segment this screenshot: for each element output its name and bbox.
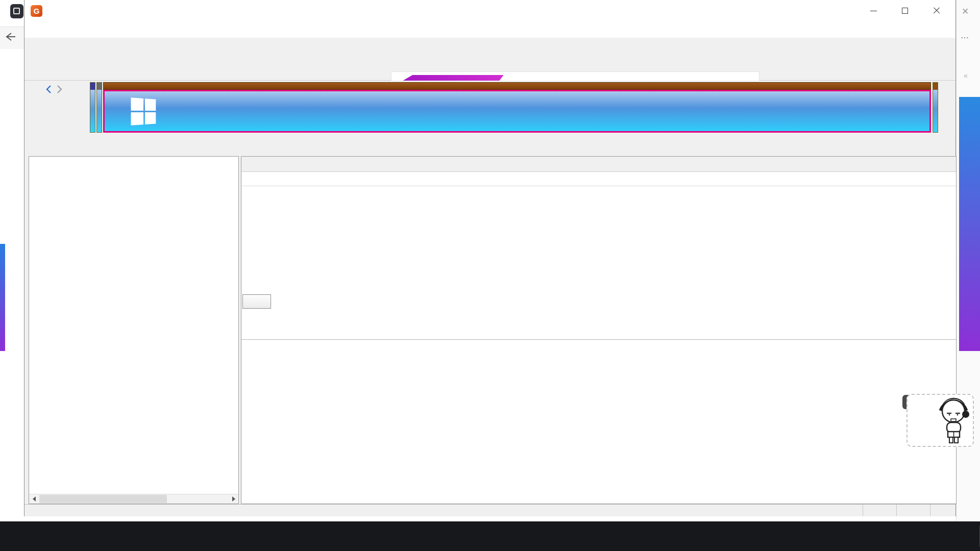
- maximize-button[interactable]: [889, 0, 921, 21]
- scroll-left-icon[interactable]: [29, 494, 39, 504]
- background-window-left: [0, 0, 24, 521]
- disk-overview-panel: [24, 81, 955, 136]
- partition-detail-panel: [241, 156, 957, 504]
- status-bar: [24, 504, 955, 516]
- analyze-button[interactable]: [242, 294, 271, 309]
- toolbar: [24, 38, 955, 81]
- partition-guid-row: [241, 341, 956, 352]
- menu-bar: [24, 21, 955, 38]
- partition-block-msr[interactable]: [96, 82, 102, 133]
- ime-mascot-image: [937, 396, 971, 446]
- back-arrow-icon[interactable]: [5, 32, 16, 43]
- scroll-right-icon[interactable]: [229, 494, 238, 504]
- partition-block-windows-c[interactable]: [103, 82, 931, 133]
- background-gradient-strip: [959, 97, 980, 351]
- ime-status-widget[interactable]: [906, 394, 974, 447]
- background-more-icon[interactable]: ⋯: [961, 33, 970, 42]
- windows-logo-icon: [131, 97, 156, 126]
- table-header: [241, 172, 956, 186]
- diskgenius-window: G: [24, 0, 956, 516]
- disk-info-line: [29, 138, 952, 151]
- caps-indicator: [863, 505, 896, 516]
- scrollbar-thumb[interactable]: [39, 495, 167, 503]
- background-close-icon[interactable]: ✕: [962, 6, 969, 17]
- close-button[interactable]: [921, 0, 952, 21]
- partition-block-re-tools[interactable]: [933, 82, 938, 133]
- background-app-icon: [10, 4, 23, 18]
- partition-block-esp[interactable]: [90, 82, 95, 133]
- taskbar: [0, 521, 980, 551]
- minimize-button[interactable]: [857, 0, 889, 21]
- nav-right-icon[interactable]: [56, 85, 63, 94]
- background-gradient-strip: [0, 244, 5, 351]
- nav-left-icon[interactable]: [45, 85, 52, 94]
- title-bar: G: [24, 0, 955, 21]
- numlock-indicator: [896, 505, 930, 516]
- diskgenius-logo-icon: G: [31, 5, 42, 17]
- background-chevron-icon: «: [964, 71, 968, 80]
- disk-tree-panel: [29, 156, 239, 504]
- horizontal-scrollbar[interactable]: [29, 494, 238, 504]
